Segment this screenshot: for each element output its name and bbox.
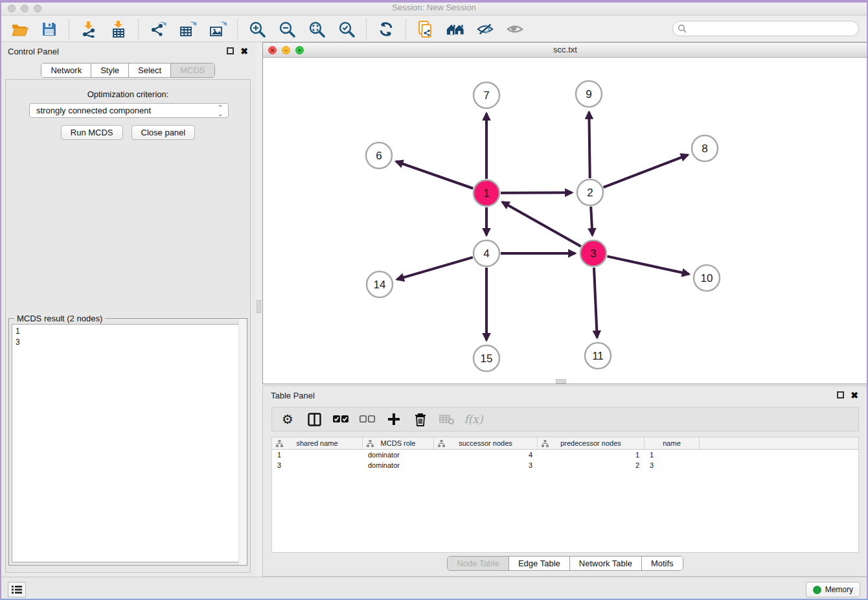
column-header-mcds-role[interactable]: MCDS role bbox=[363, 437, 434, 449]
trash-icon[interactable] bbox=[413, 411, 428, 427]
table-panel-header: Table Panel ✖ bbox=[263, 386, 867, 404]
tab-motifs[interactable]: Motifs bbox=[642, 557, 683, 570]
graph-node-label-15: 15 bbox=[481, 352, 493, 365]
network-view-window: ✕ − + scc.txt 7968124314101511 bbox=[262, 42, 868, 384]
graph-edge-3-10[interactable] bbox=[607, 257, 689, 274]
export-table-icon[interactable] bbox=[179, 20, 197, 38]
tab-style[interactable]: Style bbox=[91, 63, 129, 77]
tab-network[interactable]: Network bbox=[41, 63, 91, 77]
table-panel: Table Panel ✖ ⚙ f(x) shared name bbox=[262, 386, 868, 577]
import-table-icon[interactable] bbox=[109, 20, 128, 38]
search-icon bbox=[678, 24, 687, 33]
columns-icon[interactable] bbox=[306, 411, 322, 427]
graph-edge-3-1[interactable] bbox=[502, 202, 580, 246]
table-tabs: Node Table Edge Table Network Table Moti… bbox=[263, 556, 867, 571]
search-field-wrap bbox=[672, 21, 859, 36]
import-network-icon[interactable] bbox=[80, 20, 98, 38]
node-table: shared name MCDS role successor nodes pr… bbox=[271, 437, 859, 553]
tab-mcds[interactable]: MCDS bbox=[171, 63, 214, 77]
tab-node-table[interactable]: Node Table bbox=[448, 557, 509, 570]
graph-edge-1-2[interactable] bbox=[501, 192, 572, 193]
list-icon bbox=[12, 585, 22, 594]
table-row[interactable]: 3 dominator 3 2 3 bbox=[272, 460, 858, 470]
select-stepper-icon: ⌃⌄ bbox=[218, 104, 223, 117]
refresh-icon[interactable] bbox=[377, 20, 395, 38]
graph-node-label-14: 14 bbox=[374, 279, 386, 291]
add-icon[interactable] bbox=[386, 411, 402, 427]
search-input[interactable] bbox=[672, 21, 859, 36]
control-panel-header: Control Panel ✖ bbox=[0, 42, 256, 60]
graph-edge-2-3[interactable] bbox=[591, 207, 592, 235]
tab-select[interactable]: Select bbox=[129, 63, 171, 77]
folder-open-icon[interactable] bbox=[10, 20, 29, 38]
optimization-criterion-select[interactable]: strongly connected component ⌃⌄ bbox=[29, 103, 229, 118]
graph-node-label-11: 11 bbox=[592, 350, 604, 362]
optimization-criterion-label: Optimization criterion: bbox=[6, 89, 250, 99]
network-window-titlebar: ✕ − + scc.txt bbox=[263, 43, 867, 58]
eye-icon[interactable] bbox=[506, 20, 524, 38]
zoom-selected-icon[interactable] bbox=[337, 20, 356, 38]
column-header-name[interactable]: name bbox=[645, 437, 700, 449]
hierarchy-icon bbox=[367, 440, 374, 447]
float-panel-icon[interactable] bbox=[227, 47, 234, 54]
zoom-fit-icon[interactable] bbox=[308, 20, 326, 38]
delete-table-icon bbox=[439, 411, 455, 427]
select-all-icon[interactable] bbox=[333, 411, 348, 427]
graph-node-label-4: 4 bbox=[483, 248, 489, 260]
copy-network-icon[interactable] bbox=[417, 20, 435, 38]
save-icon[interactable] bbox=[40, 20, 58, 38]
vertical-splitter[interactable] bbox=[256, 42, 262, 577]
window-title: Session: New Session bbox=[0, 3, 868, 12]
graph-node-label-7: 7 bbox=[483, 89, 489, 102]
hierarchy-icon bbox=[438, 440, 445, 447]
tab-network-table[interactable]: Network Table bbox=[570, 557, 642, 570]
graph-edge-4-14[interactable] bbox=[397, 257, 473, 279]
gear-icon[interactable]: ⚙ bbox=[280, 411, 295, 427]
control-panel-title: Control Panel bbox=[8, 47, 59, 56]
column-header-predecessor-nodes[interactable]: predecessor nodes bbox=[538, 437, 645, 449]
mcds-result-scrollbar[interactable] bbox=[238, 319, 247, 565]
deselect-all-icon[interactable] bbox=[360, 411, 375, 427]
zoom-in-icon[interactable] bbox=[248, 20, 266, 38]
export-image-icon[interactable] bbox=[209, 20, 227, 38]
table-row[interactable]: 1 dominator 4 1 1 bbox=[272, 450, 858, 460]
mcds-result-group: MCDS result (2 nodes) 1 3 bbox=[8, 318, 247, 566]
graph-edge-2-9[interactable] bbox=[589, 112, 589, 178]
main-toolbar bbox=[0, 16, 868, 42]
graph-node-label-9: 9 bbox=[586, 88, 591, 100]
control-panel-tabs: Network Style Select MCDS bbox=[0, 63, 256, 78]
zoom-out-icon[interactable] bbox=[278, 20, 296, 38]
memory-button[interactable]: Memory bbox=[806, 582, 860, 597]
mcds-panel: Optimization criterion: strongly connect… bbox=[5, 79, 251, 573]
table-toolbar: ⚙ f(x) bbox=[271, 407, 859, 432]
graph-node-label-6: 6 bbox=[376, 150, 382, 162]
function-icon: f(x) bbox=[466, 411, 481, 427]
graph-edge-2-8[interactable] bbox=[604, 155, 688, 187]
float-panel-icon[interactable] bbox=[837, 391, 844, 398]
optimization-criterion-value: strongly connected component bbox=[36, 106, 151, 115]
column-header-successor-nodes[interactable]: successor nodes bbox=[434, 437, 538, 449]
mcds-result-text[interactable]: 1 3 bbox=[12, 324, 244, 562]
status-bar: Memory bbox=[0, 577, 868, 600]
graph-node-label-8: 8 bbox=[702, 143, 707, 155]
houses-icon[interactable] bbox=[446, 20, 464, 38]
column-header-shared-name[interactable]: shared name bbox=[272, 437, 363, 449]
close-panel-button[interactable]: Close panel bbox=[131, 125, 196, 140]
control-panel: Control Panel ✖ Network Style Select MCD… bbox=[0, 42, 256, 577]
export-network-icon[interactable] bbox=[149, 20, 167, 38]
network-graph[interactable]: 7968124314101511 bbox=[263, 58, 867, 384]
graph-edge-1-6[interactable] bbox=[396, 161, 473, 189]
titlebar: Session: New Session bbox=[0, 0, 868, 16]
horizontal-splitter-grip[interactable] bbox=[556, 379, 566, 384]
close-panel-icon[interactable]: ✖ bbox=[851, 390, 858, 400]
mcds-result-title: MCDS result (2 nodes) bbox=[14, 314, 105, 323]
run-mcds-button[interactable]: Run MCDS bbox=[61, 125, 123, 140]
graph-node-label-2: 2 bbox=[587, 187, 593, 199]
task-history-button[interactable] bbox=[8, 582, 26, 597]
splitter-grip[interactable] bbox=[257, 300, 261, 313]
tab-edge-table[interactable]: Edge Table bbox=[509, 557, 570, 570]
hierarchy-icon bbox=[542, 440, 549, 447]
eye-slash-icon[interactable] bbox=[476, 20, 494, 38]
close-panel-icon[interactable]: ✖ bbox=[240, 46, 248, 56]
graph-edge-3-11[interactable] bbox=[594, 268, 597, 338]
